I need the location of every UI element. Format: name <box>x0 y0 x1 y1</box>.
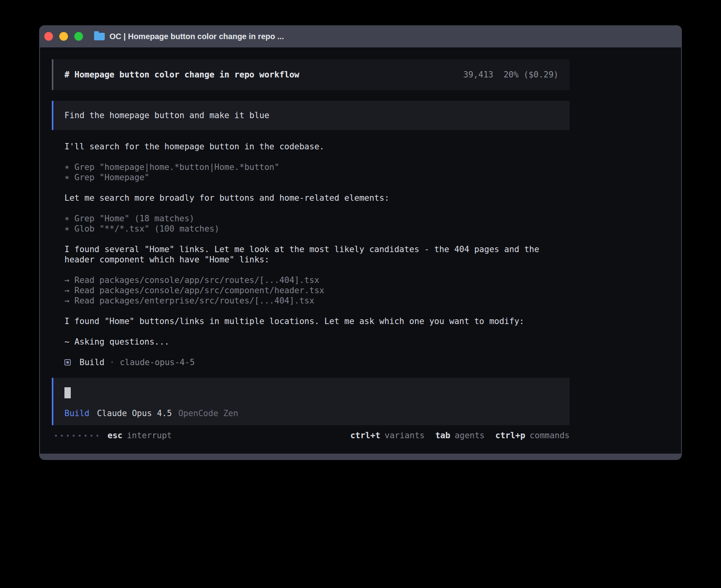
shortcut-variants: ctrl+t variants <box>350 431 425 440</box>
shortcut-commands: ctrl+p commands <box>495 431 570 440</box>
mode-label: Build <box>64 409 89 418</box>
spinner-dots-icon <box>55 435 98 437</box>
tool-call-group: ∗ Grep "Home" (18 matches) ∗ Glob "**/*.… <box>64 213 570 234</box>
esc-key-label: interrupt <box>127 431 172 440</box>
window-title: OC | Homepage button color change in rep… <box>109 32 284 41</box>
terminal-content: # Homepage button color change in repo w… <box>40 47 681 454</box>
shortcut-label: variants <box>385 431 425 440</box>
terminal-window: OC | Homepage button color change in rep… <box>39 25 682 460</box>
assistant-paragraph: I found several "Home" links. Let me loo… <box>64 244 570 265</box>
zoom-button[interactable] <box>74 32 83 41</box>
agent-name: Build <box>79 357 104 368</box>
status-bar: esc interrupt ctrl+t variants tab agents… <box>52 431 570 440</box>
status-left: esc interrupt <box>55 431 172 440</box>
tool-call-read: → Read packages/enterprise/src/routes/[.… <box>64 296 570 306</box>
shortcut-agents: tab agents <box>435 431 485 440</box>
provider-label: OpenCode Zen <box>178 409 238 418</box>
tool-call-glob: ∗ Glob "**/*.tsx" (100 matches) <box>64 224 570 234</box>
agent-turn-footer: Build · claude-opus-4-5 <box>64 357 570 368</box>
tool-call-read: → Read packages/console/app/src/componen… <box>64 285 570 296</box>
minimize-button[interactable] <box>59 32 68 41</box>
assistant-paragraph: Let me search more broadly for buttons a… <box>64 193 570 203</box>
esc-key-hint: esc <box>108 431 123 440</box>
tool-call-grep: ∗ Grep "homepage|home.*button|Home.*butt… <box>64 162 570 172</box>
session-stats: 39,413 20% ($0.29) <box>463 70 559 79</box>
tool-call-group: ∗ Grep "homepage|home.*button|Home.*butt… <box>64 162 570 183</box>
transcript: I'll search for the homepage button in t… <box>52 141 570 368</box>
shortcut-label: commands <box>530 431 570 440</box>
model-label: Claude Opus 4.5 <box>97 409 172 418</box>
context-cost: 20% ($0.29) <box>504 70 559 79</box>
text-cursor <box>64 387 71 398</box>
agent-model: claude-opus-4-5 <box>120 357 195 368</box>
agent-icon <box>64 359 71 366</box>
agent-separator: · <box>109 357 115 368</box>
assistant-paragraph: I'll search for the homepage button in t… <box>64 141 570 152</box>
tool-call-grep: ∗ Grep "Homepage" <box>64 172 570 183</box>
window-titlebar: OC | Homepage button color change in rep… <box>39 25 682 47</box>
token-count: 39,413 <box>463 70 493 79</box>
tool-call-read: → Read packages/console/app/src/routes/[… <box>64 275 570 285</box>
tool-call-grep: ∗ Grep "Home" (18 matches) <box>64 213 570 224</box>
close-button[interactable] <box>44 32 53 41</box>
user-message-text: Find the homepage button and make it blu… <box>64 111 269 120</box>
session-header: # Homepage button color change in repo w… <box>52 59 570 90</box>
input-meta-bar: Build Claude Opus 4.5 OpenCode Zen <box>64 409 559 418</box>
traffic-lights <box>44 32 83 41</box>
status-right: ctrl+t variants tab agents ctrl+p comman… <box>350 431 570 440</box>
tool-call-group: → Read packages/console/app/src/routes/[… <box>64 275 570 306</box>
shortcut-key: tab <box>435 431 450 440</box>
user-message: Find the homepage button and make it blu… <box>52 101 570 130</box>
shortcut-key: ctrl+t <box>350 431 380 440</box>
prompt-input[interactable]: Build Claude Opus 4.5 OpenCode Zen <box>52 378 570 425</box>
shortcut-label: agents <box>455 431 485 440</box>
shortcut-key: ctrl+p <box>495 431 525 440</box>
asking-questions-status: ~ Asking questions... <box>64 337 570 347</box>
assistant-paragraph: I found "Home" buttons/links in multiple… <box>64 316 570 326</box>
session-title: # Homepage button color change in repo w… <box>64 70 299 79</box>
folder-icon <box>94 33 105 40</box>
